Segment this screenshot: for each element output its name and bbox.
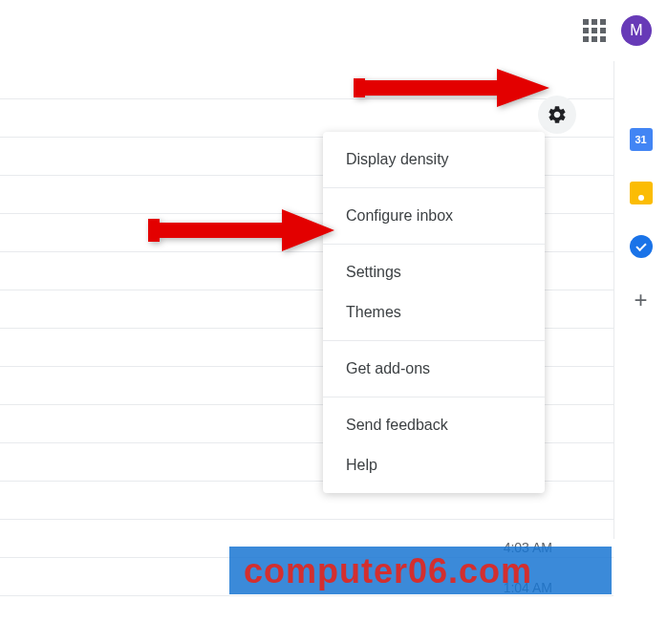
menu-get-addons[interactable]: Get add-ons bbox=[323, 349, 545, 389]
svg-rect-6 bbox=[148, 219, 160, 242]
settings-dropdown: Display density Configure inbox Settings… bbox=[323, 132, 545, 493]
menu-divider bbox=[323, 244, 545, 245]
side-panel: 31 + bbox=[613, 61, 667, 539]
keep-icon[interactable] bbox=[630, 182, 653, 204]
menu-send-feedback[interactable]: Send feedback bbox=[323, 405, 545, 445]
menu-settings[interactable]: Settings bbox=[323, 252, 545, 292]
svg-rect-4 bbox=[153, 223, 287, 238]
svg-rect-1 bbox=[358, 80, 502, 96]
svg-rect-3 bbox=[354, 78, 365, 97]
annotation-arrow bbox=[148, 205, 339, 267]
annotation-arrow bbox=[354, 67, 554, 138]
svg-marker-2 bbox=[497, 69, 549, 107]
tasks-icon[interactable] bbox=[630, 235, 653, 258]
menu-help[interactable]: Help bbox=[323, 445, 545, 485]
menu-divider bbox=[323, 397, 545, 397]
menu-themes[interactable]: Themes bbox=[323, 292, 545, 333]
svg-marker-5 bbox=[282, 209, 334, 251]
menu-divider bbox=[323, 187, 545, 188]
calendar-icon[interactable]: 31 bbox=[630, 128, 653, 151]
plus-icon[interactable]: + bbox=[630, 289, 653, 311]
menu-display-density[interactable]: Display density bbox=[323, 140, 545, 180]
menu-configure-inbox[interactable]: Configure inbox bbox=[323, 196, 545, 236]
header: M bbox=[0, 0, 667, 61]
menu-divider bbox=[323, 340, 545, 341]
apps-icon[interactable] bbox=[583, 19, 606, 42]
avatar[interactable]: M bbox=[621, 15, 652, 46]
watermark: computer06.com bbox=[244, 551, 532, 591]
